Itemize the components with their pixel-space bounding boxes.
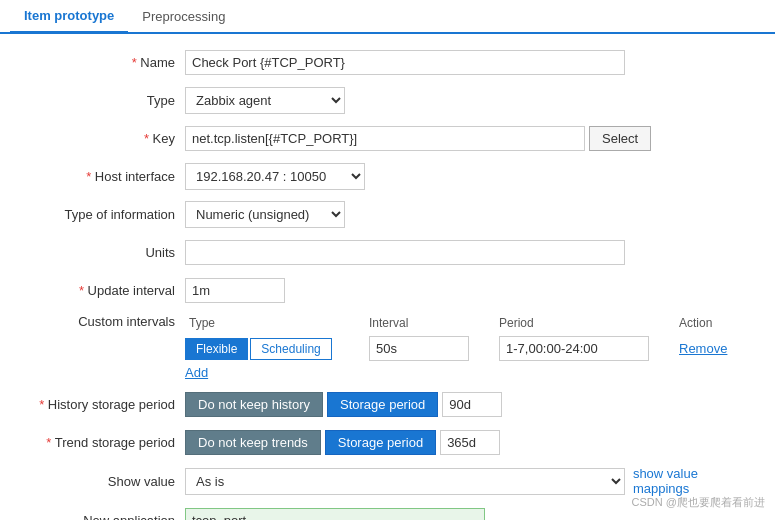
col-header-period: Period bbox=[495, 314, 675, 332]
flexible-btn[interactable]: Flexible bbox=[185, 338, 248, 360]
label-type-info: Type of information bbox=[20, 207, 185, 222]
col-header-action: Action bbox=[675, 314, 755, 332]
row-update-interval: Update interval bbox=[20, 276, 755, 304]
period-cell bbox=[495, 336, 675, 361]
tab-preprocessing[interactable]: Preprocessing bbox=[128, 0, 239, 32]
trend-storage-period-btn[interactable]: Storage period bbox=[325, 430, 436, 455]
label-units: Units bbox=[20, 245, 185, 260]
watermark: CSDN @爬也要爬着看前进 bbox=[632, 495, 765, 510]
label-custom-intervals: Custom intervals bbox=[20, 314, 185, 329]
col-header-type: Type bbox=[185, 314, 365, 332]
show-value-select[interactable]: As is bbox=[185, 468, 625, 495]
label-update-interval: Update interval bbox=[20, 283, 185, 298]
key-input[interactable] bbox=[185, 126, 585, 151]
tabs-container: Item prototype Preprocessing bbox=[0, 0, 775, 34]
select-button[interactable]: Select bbox=[589, 126, 651, 151]
label-trend-storage: Trend storage period bbox=[20, 435, 185, 450]
trend-value-input[interactable] bbox=[440, 430, 500, 455]
host-interface-select[interactable]: 192.168.20.47 : 10050 bbox=[185, 163, 365, 190]
label-name: Name bbox=[20, 55, 185, 70]
units-input[interactable] bbox=[185, 240, 625, 265]
remove-link[interactable]: Remove bbox=[679, 341, 727, 356]
row-show-value: Show value As is show value mappings bbox=[20, 466, 755, 496]
label-key: Key bbox=[20, 131, 185, 146]
form-container: Name Type Zabbix agent Zabbix agent (act… bbox=[0, 34, 775, 520]
period-input[interactable] bbox=[499, 336, 649, 361]
history-value-input[interactable] bbox=[442, 392, 502, 417]
history-storage-period-btn[interactable]: Storage period bbox=[327, 392, 438, 417]
label-host-interface: Host interface bbox=[20, 169, 185, 184]
no-keep-trends-btn[interactable]: Do not keep trends bbox=[185, 430, 321, 455]
row-host-interface: Host interface 192.168.20.47 : 10050 bbox=[20, 162, 755, 190]
type-select[interactable]: Zabbix agent Zabbix agent (active) Simpl… bbox=[185, 87, 345, 114]
row-custom-intervals: Custom intervals Type Interval Period Ac… bbox=[20, 314, 755, 380]
label-history-storage: History storage period bbox=[20, 397, 185, 412]
label-type: Type bbox=[20, 93, 185, 108]
row-units: Units bbox=[20, 238, 755, 266]
show-value-mappings-link[interactable]: show value mappings bbox=[633, 466, 755, 496]
intervals-header: Type Interval Period Action bbox=[185, 314, 755, 332]
no-keep-history-btn[interactable]: Do not keep history bbox=[185, 392, 323, 417]
action-cell: Remove bbox=[675, 341, 755, 356]
interval-cell bbox=[365, 336, 495, 361]
row-key: Key Select bbox=[20, 124, 755, 152]
new-application-input[interactable] bbox=[185, 508, 485, 521]
label-show-value: Show value bbox=[20, 474, 185, 489]
type-info-select[interactable]: Numeric (unsigned) Float Character Log T… bbox=[185, 201, 345, 228]
scheduling-btn[interactable]: Scheduling bbox=[250, 338, 331, 360]
col-header-interval: Interval bbox=[365, 314, 495, 332]
row-type-info: Type of information Numeric (unsigned) F… bbox=[20, 200, 755, 228]
add-container: Add bbox=[185, 365, 755, 380]
row-history-storage: History storage period Do not keep histo… bbox=[20, 390, 755, 418]
type-buttons: Flexible Scheduling bbox=[185, 338, 365, 360]
name-input[interactable] bbox=[185, 50, 625, 75]
row-name: Name bbox=[20, 48, 755, 76]
tab-item-prototype[interactable]: Item prototype bbox=[10, 0, 128, 34]
label-new-application: New application bbox=[20, 513, 185, 521]
add-link[interactable]: Add bbox=[185, 365, 208, 380]
interval-row: Flexible Scheduling Remove bbox=[185, 336, 755, 361]
custom-intervals-container: Type Interval Period Action Flexible Sch… bbox=[185, 314, 755, 380]
row-type: Type Zabbix agent Zabbix agent (active) … bbox=[20, 86, 755, 114]
interval-input[interactable] bbox=[369, 336, 469, 361]
update-interval-input[interactable] bbox=[185, 278, 285, 303]
row-trend-storage: Trend storage period Do not keep trends … bbox=[20, 428, 755, 456]
